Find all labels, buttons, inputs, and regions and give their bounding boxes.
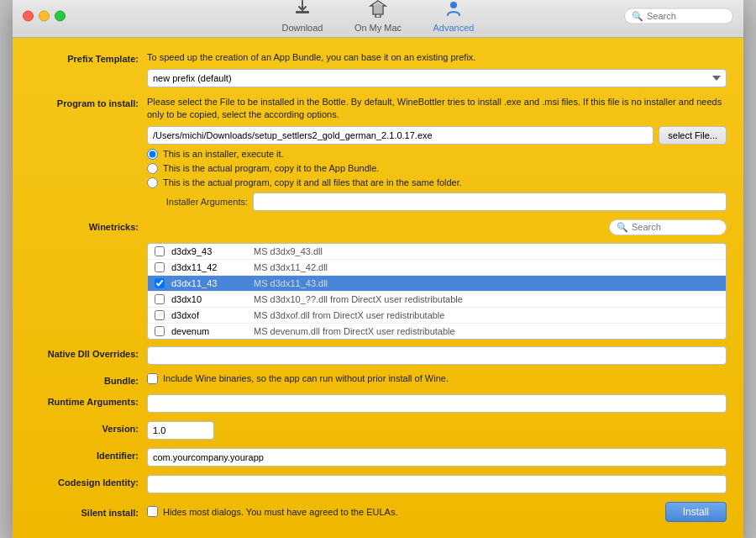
identifier-content <box>147 448 727 467</box>
bundle-checkbox[interactable] <box>147 373 158 384</box>
installer-args-input[interactable] <box>253 193 727 211</box>
winetricks-list: d3dx9_43 MS d3dx9_43.dll d3dx11_42 MS d3… <box>147 243 727 340</box>
toolbar-item-on-my-mac[interactable]: On My Mac <box>353 0 403 33</box>
program-install-label: Program to install: <box>29 96 147 108</box>
maximize-button[interactable] <box>55 10 66 21</box>
bundle-description: Include Wine binaries, so the app can ru… <box>163 373 449 383</box>
wt-name-d3dx11_43: d3dx11_43 <box>171 278 247 288</box>
toolbar-advanced-label: Advanced <box>433 23 475 33</box>
svg-point-3 <box>450 2 457 8</box>
titlebar: Download On My Mac <box>13 0 743 38</box>
wt-name-devenum: devenum <box>171 326 247 336</box>
wt-desc-d3dx10: MS d3dx10_??.dll from DirectX user redis… <box>254 294 463 304</box>
wt-row-d3dxof[interactable]: d3dxof MS d3dxof.dll from DirectX user r… <box>148 308 726 324</box>
select-file-button[interactable]: select File... <box>659 126 727 145</box>
program-install-row: Program to install: Please select the Fi… <box>29 96 727 211</box>
silent-install-row: Silent install: Hides most dialogs. You … <box>29 502 727 522</box>
bundle-label: Bundle: <box>29 373 147 386</box>
traffic-lights <box>23 10 66 21</box>
prefix-template-content: To speed up the creation of an App Bundl… <box>147 51 727 87</box>
identifier-row: Identifier: <box>29 448 727 467</box>
installer-args-label: Installer Arguments: <box>147 197 248 207</box>
prefix-template-label: Prefix Template: <box>29 51 147 64</box>
winetricks-search-input[interactable] <box>632 222 719 232</box>
radio-copy[interactable]: This is the actual program, copy it to t… <box>147 163 727 174</box>
native-dll-content <box>147 346 727 365</box>
wt-desc-d3dx11_43: MS d3dx11_43.dll <box>254 278 328 288</box>
codesign-input[interactable] <box>147 475 727 493</box>
wt-checkbox-d3dxof[interactable] <box>155 310 165 320</box>
radio-copy-input[interactable] <box>147 163 158 174</box>
identifier-input[interactable] <box>147 448 727 467</box>
search-icon: 🔍 <box>632 10 643 21</box>
codesign-row: Codesign Identity: <box>29 475 727 493</box>
program-install-description: Please select the File to be installed i… <box>147 96 727 122</box>
version-content <box>147 421 727 440</box>
runtime-args-label: Runtime Arguments: <box>29 394 147 407</box>
codesign-content <box>147 475 727 493</box>
prefix-template-row: Prefix Template: To speed up the creatio… <box>29 51 727 87</box>
wt-desc-d3dx11_42: MS d3dx11_42.dll <box>254 262 328 272</box>
runtime-args-input[interactable] <box>147 394 727 413</box>
version-label: Version: <box>29 421 147 434</box>
download-icon <box>293 0 312 20</box>
silent-install-content: Hides most dialogs. You must have agreed… <box>147 502 727 522</box>
main-content: Prefix Template: To speed up the creatio… <box>13 38 743 538</box>
wt-row-d3dx11_43[interactable]: d3dx11_43 MS d3dx11_43.dll <box>148 276 726 292</box>
version-input[interactable] <box>147 421 214 440</box>
wt-name-d3dx11_42: d3dx11_42 <box>171 262 247 272</box>
installer-args-row: Installer Arguments: <box>147 193 727 211</box>
identifier-label: Identifier: <box>29 448 147 461</box>
wt-name-d3dx10: d3dx10 <box>171 294 247 304</box>
wt-checkbox-devenum[interactable] <box>155 326 165 336</box>
prefix-template-description: To speed up the creation of an App Bundl… <box>147 51 727 64</box>
native-dll-row: Native Dll Overrides: <box>29 346 727 365</box>
radio-installer-input[interactable] <box>147 149 158 160</box>
svg-rect-0 <box>296 11 309 13</box>
winetricks-search-box[interactable]: 🔍 <box>609 219 727 235</box>
silent-install-checkbox-item[interactable]: Hides most dialogs. You must have agreed… <box>147 506 397 517</box>
search-input[interactable] <box>647 11 726 21</box>
bundle-checkbox-item[interactable]: Include Wine binaries, so the app can ru… <box>147 373 727 384</box>
search-box[interactable]: 🔍 <box>624 8 733 24</box>
wt-name-d3dxof: d3dxof <box>171 310 247 320</box>
file-path-input[interactable] <box>147 126 654 145</box>
wt-checkbox-d3dx9_43[interactable] <box>155 246 165 256</box>
wt-desc-d3dx9_43: MS d3dx9_43.dll <box>254 246 323 256</box>
toolbar: Download On My Mac <box>277 0 479 33</box>
wt-desc-devenum: MS devenum.dll from DirectX user redistr… <box>254 326 455 336</box>
bundle-content: Include Wine binaries, so the app can ru… <box>147 373 727 384</box>
runtime-args-content <box>147 394 727 413</box>
runtime-args-row: Runtime Arguments: <box>29 394 727 413</box>
native-dll-input[interactable] <box>147 346 727 365</box>
radio-copy-folder-input[interactable] <box>147 177 158 188</box>
silent-install-label: Silent install: <box>29 505 147 518</box>
close-button[interactable] <box>23 10 34 21</box>
radio-installer[interactable]: This is an installer, execute it. <box>147 149 727 160</box>
wt-checkbox-d3dx11_43[interactable] <box>155 278 165 288</box>
silent-install-checkbox[interactable] <box>147 506 158 517</box>
wt-row-devenum[interactable]: devenum MS devenum.dll from DirectX user… <box>148 324 726 339</box>
radio-copy-folder-label: This is the actual program, copy it and … <box>163 177 462 187</box>
on-my-mac-icon <box>369 0 387 20</box>
prefix-template-select[interactable]: new prefix (default) <box>147 69 727 87</box>
file-row: select File... <box>147 126 727 145</box>
radio-group: This is an installer, execute it. This i… <box>147 149 727 188</box>
toolbar-item-download[interactable]: Download <box>277 0 328 33</box>
wt-checkbox-d3dx10[interactable] <box>155 294 165 304</box>
wt-row-d3dx10[interactable]: d3dx10 MS d3dx10_??.dll from DirectX use… <box>148 292 726 308</box>
codesign-label: Codesign Identity: <box>29 475 147 488</box>
toolbar-on-my-mac-label: On My Mac <box>354 23 402 33</box>
toolbar-download-label: Download <box>282 23 323 33</box>
version-row: Version: <box>29 421 727 440</box>
radio-copy-label: This is the actual program, copy it to t… <box>163 163 379 173</box>
main-window: Download On My Mac <box>13 0 743 538</box>
install-button[interactable]: Install <box>665 502 727 522</box>
wt-row-d3dx11_42[interactable]: d3dx11_42 MS d3dx11_42.dll <box>148 260 726 276</box>
wt-checkbox-d3dx11_42[interactable] <box>155 262 165 272</box>
toolbar-item-advanced[interactable]: Advanced <box>428 0 479 33</box>
wt-row-d3dx9_43[interactable]: d3dx9_43 MS d3dx9_43.dll <box>148 244 726 260</box>
minimize-button[interactable] <box>39 10 50 21</box>
radio-installer-label: This is an installer, execute it. <box>163 149 284 159</box>
radio-copy-folder[interactable]: This is the actual program, copy it and … <box>147 177 727 188</box>
